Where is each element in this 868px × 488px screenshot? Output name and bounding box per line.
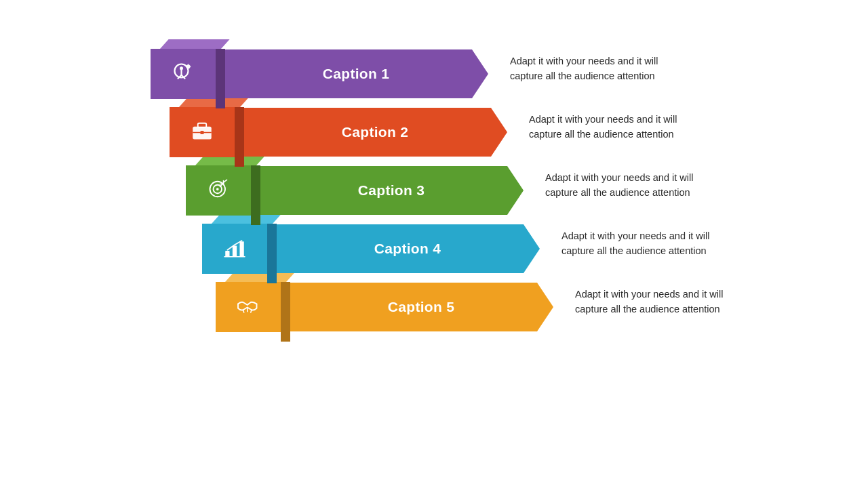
cube-front-5 (216, 282, 281, 332)
arrow-banner-4: Caption 4 (275, 224, 540, 273)
icon-briefcase (189, 117, 216, 147)
arrow-banner-3: Caption 3 (259, 166, 524, 215)
icon-target (205, 176, 232, 205)
svg-point-17 (216, 188, 219, 190)
description-5: Adapt it with your needs and it will cap… (575, 287, 758, 317)
description-1: Adapt it with your needs and it will cap… (510, 54, 693, 84)
icon-brain (170, 59, 197, 89)
caption-2: Caption 2 (342, 124, 408, 140)
cube-front-3 (186, 165, 251, 216)
caption-5: Caption 5 (388, 299, 454, 315)
cube-right-2 (235, 107, 244, 167)
description-3: Adapt it with your needs and it will cap… (545, 171, 728, 201)
infographic-row-3: Caption 3 Adapt it with your needs and i… (186, 155, 758, 217)
infographic: Caption 1 Adapt it with your needs and i… (110, 38, 758, 333)
icon-handshake (235, 292, 262, 322)
description-4: Adapt it with your needs and it will cap… (561, 229, 745, 259)
shape-container-5: Caption 5 (216, 271, 553, 333)
cube-right-4 (267, 224, 277, 283)
cube-right-1 (216, 49, 225, 108)
cube-front-2 (170, 107, 235, 157)
svg-rect-20 (225, 251, 229, 257)
infographic-row-5: Caption 5 Adapt it with your needs and i… (216, 271, 758, 333)
arrow-banner-1: Caption 1 (224, 49, 488, 98)
infographic-row-4: Caption 4 Adapt it with your needs and i… (202, 213, 758, 275)
cube-top-1 (160, 39, 230, 49)
arrow-banner-2: Caption 2 (243, 108, 507, 157)
cube-front-4 (202, 224, 267, 274)
caption-4: Caption 4 (374, 241, 441, 257)
cube-right-3 (251, 165, 260, 225)
arrow-banner-5: Caption 5 (289, 283, 553, 331)
cube-front-1 (151, 49, 216, 99)
caption-3: Caption 3 (358, 182, 425, 199)
infographic-row-2: Caption 2 Adapt it with your needs and i… (170, 96, 758, 159)
caption-1: Caption 1 (323, 66, 389, 82)
cube-right-5 (281, 282, 290, 342)
svg-rect-21 (233, 246, 237, 257)
shape-container-1: Caption 1 (151, 38, 488, 100)
page: Caption 1 Adapt it with your needs and i… (0, 0, 868, 488)
svg-rect-12 (198, 123, 207, 127)
svg-rect-14 (201, 131, 204, 134)
description-2: Adapt it with your needs and it will cap… (529, 113, 712, 142)
svg-rect-22 (240, 241, 244, 257)
icon-chart (221, 234, 248, 264)
infographic-row-1: Caption 1 Adapt it with your needs and i… (151, 38, 758, 100)
